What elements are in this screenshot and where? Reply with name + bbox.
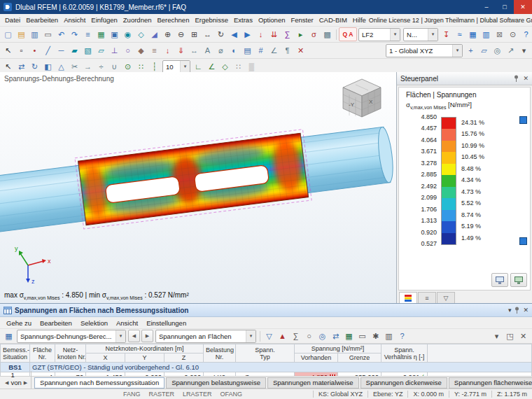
scale-band[interactable]: [442, 175, 456, 187]
panel-tab-color-scale[interactable]: [399, 292, 417, 304]
load-combination-icon[interactable]: ∑: [281, 28, 294, 41]
model-3d-view[interactable]: -Y X x y z: [0, 72, 396, 304]
results-table[interactable]: Bemess.-Situation FlächeNr. Netz-knoten …: [0, 344, 532, 376]
material-icon[interactable]: ◆: [134, 44, 148, 57]
guidelines-icon[interactable]: ┆: [148, 60, 161, 73]
menu-item[interactable]: Extras: [231, 16, 255, 24]
scale-band[interactable]: [442, 152, 456, 164]
table-tab[interactable]: Spannungen materialweise: [267, 377, 359, 388]
table-tab[interactable]: Spannungen flächenweise: [449, 377, 532, 388]
coordinate-system-combo[interactable]: 1 - Global XYZ ▾: [386, 44, 463, 57]
render-mode-icon[interactable]: ◉: [121, 28, 134, 41]
navigation-cube[interactable]: -Y X: [343, 79, 381, 117]
graphic-window-icon[interactable]: ▣: [108, 28, 121, 41]
numbering-icon[interactable]: #: [254, 44, 267, 57]
table-float-icon[interactable]: ◳: [503, 330, 517, 342]
menu-item[interactable]: Berechnen: [154, 16, 192, 24]
select-window-icon[interactable]: ▫: [15, 44, 28, 57]
freeze-columns-icon[interactable]: ▥: [382, 330, 396, 342]
export-excel-icon[interactable]: ▦: [342, 330, 356, 342]
insert-solid-icon[interactable]: ▧: [81, 44, 94, 57]
table-menu-item[interactable]: Ansicht: [112, 319, 142, 327]
fullscreen-icon[interactable]: ↗: [504, 44, 517, 57]
pager-previous-icon[interactable]: ◀: [5, 380, 8, 386]
thickness-icon[interactable]: ≡: [148, 44, 161, 57]
minimize-button[interactable]: –: [477, 0, 496, 14]
sum-values-icon[interactable]: ∑: [289, 330, 302, 342]
snap-grid-icon[interactable]: ∷: [134, 60, 148, 73]
save-icon[interactable]: ▥: [28, 28, 41, 41]
rotate-object-icon[interactable]: ↻: [28, 60, 41, 73]
nodal-load-icon[interactable]: ↓: [254, 28, 267, 41]
clipboard-icon[interactable]: ⊠: [493, 28, 506, 41]
previous-table-button[interactable]: ◀: [128, 330, 140, 342]
line-load-icon[interactable]: ⇊: [267, 28, 281, 41]
show-results-icon[interactable]: ≈: [453, 28, 466, 41]
redo-icon[interactable]: ↷: [68, 28, 81, 41]
table-group-row[interactable]: BS1 GZT (STR/GEO) - Ständig und vorüberg…: [1, 363, 532, 372]
help-icon[interactable]: ?: [519, 28, 532, 41]
user-coordinate-icon[interactable]: +: [464, 44, 477, 57]
table-menu-item[interactable]: Selektion: [76, 319, 112, 327]
grid-spacing-combo[interactable]: 10 ▾: [162, 60, 190, 74]
table-close-icon[interactable]: ✕: [517, 330, 530, 342]
insert-member-icon[interactable]: ─: [55, 44, 68, 57]
measure-icon[interactable]: ∠: [267, 44, 281, 57]
scale-band[interactable]: [442, 221, 456, 233]
table-help-icon[interactable]: ?: [396, 330, 409, 342]
menu-item[interactable]: Ansicht: [61, 16, 88, 24]
scale-band[interactable]: [442, 210, 456, 222]
results-icon[interactable]: σ: [307, 28, 321, 41]
scale-band[interactable]: [442, 164, 456, 176]
control-panel-icon[interactable]: ▥: [479, 28, 493, 41]
extreme-values-icon[interactable]: ▲: [276, 330, 289, 342]
section-cut-icon[interactable]: ⌀: [214, 44, 227, 57]
divide-icon[interactable]: ÷: [94, 60, 108, 73]
snap-toggle[interactable]: FANG: [119, 391, 145, 398]
show-loads-icon[interactable]: ↧: [440, 28, 453, 41]
table-window-header[interactable]: Spannungen an Flächen nach Bemessungssit…: [0, 304, 532, 317]
isometric-view-icon[interactable]: ◢: [148, 28, 161, 41]
scale-band[interactable]: [442, 118, 456, 130]
snap-toggle[interactable]: OFANG: [216, 391, 247, 398]
dimension-icon[interactable]: ↔: [188, 44, 201, 57]
visibility-icon[interactable]: ◐: [227, 44, 241, 57]
menu-item[interactable]: Optionen: [255, 16, 288, 24]
wireframe-mode-icon[interactable]: ◇: [134, 28, 148, 41]
panel-tab-factors[interactable]: ≡: [418, 292, 436, 304]
load-case-combo[interactable]: LF2 ▾: [358, 28, 400, 41]
zoom-in-icon[interactable]: ⊕: [161, 28, 174, 41]
snap-toggle[interactable]: RASTER: [145, 391, 179, 398]
polar-snap-icon[interactable]: ∠: [205, 60, 218, 73]
steuerpanel-header[interactable]: Steuerpanel ✕: [397, 72, 532, 85]
menu-item[interactable]: Ergebnisse: [192, 16, 231, 24]
menu-item[interactable]: Bearbeiten: [23, 16, 61, 24]
scale-swatches[interactable]: [441, 117, 456, 246]
menu-item[interactable]: Einfügen: [88, 16, 120, 24]
scale-band[interactable]: [442, 187, 456, 199]
print-table-icon[interactable]: ▭: [356, 330, 369, 342]
print-icon[interactable]: ▭: [41, 28, 55, 41]
search-table-icon[interactable]: ○: [302, 330, 316, 342]
member-model[interactable]: [0, 118, 396, 240]
data-navigator-icon[interactable]: ≡: [81, 28, 94, 41]
object-snap-icon[interactable]: ◇: [218, 60, 232, 73]
scale-band[interactable]: [442, 233, 456, 245]
trim-icon[interactable]: ✂: [68, 60, 81, 73]
zoom-window-icon[interactable]: ⊞: [188, 28, 201, 41]
scale-band[interactable]: [442, 198, 456, 210]
grid-toggle-icon[interactable]: ∷: [232, 60, 245, 73]
layers-icon[interactable]: ▤: [241, 44, 254, 57]
notes-icon[interactable]: ¶: [281, 44, 294, 57]
background-settings-button[interactable]: [510, 273, 527, 287]
scale-object-icon[interactable]: △: [55, 60, 68, 73]
edit-select-icon[interactable]: ↖: [1, 60, 15, 73]
surface-load-icon[interactable]: ⇓: [174, 44, 188, 57]
menu-item[interactable]: Zuordnen: [120, 16, 155, 24]
table-menu-item[interactable]: Einstellungen: [142, 319, 190, 327]
snapshot-icon[interactable]: ⊙: [506, 28, 519, 41]
rotate-view-icon[interactable]: ↻: [214, 28, 227, 41]
zoom-out-icon[interactable]: ⊖: [174, 28, 188, 41]
table-menu-item[interactable]: Gehe zu: [2, 319, 36, 327]
work-plane-icon[interactable]: ▱: [477, 44, 491, 57]
